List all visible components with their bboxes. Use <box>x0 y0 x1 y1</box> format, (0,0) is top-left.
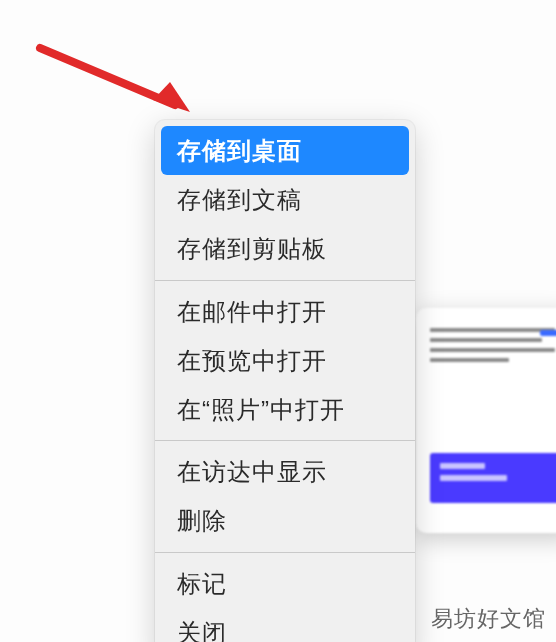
preview-accent <box>540 330 556 336</box>
menu-item-show-in-finder[interactable]: 在访达中显示 <box>155 447 415 496</box>
menu-item-open-in-mail[interactable]: 在邮件中打开 <box>155 287 415 336</box>
menu-divider <box>155 280 415 281</box>
menu-item-markup[interactable]: 标记 <box>155 559 415 608</box>
menu-item-open-in-photos[interactable]: 在“照片”中打开 <box>155 385 415 434</box>
menu-item-save-to-documents[interactable]: 存储到文稿 <box>155 175 415 224</box>
menu-item-close[interactable]: 关闭 <box>155 608 415 642</box>
menu-item-save-to-desktop[interactable]: 存储到桌面 <box>161 126 409 175</box>
menu-divider <box>155 552 415 553</box>
preview-text-line <box>430 338 542 342</box>
menu-item-save-to-clipboard[interactable]: 存储到剪贴板 <box>155 224 415 273</box>
menu-divider <box>155 440 415 441</box>
screenshot-context-menu: 存储到桌面 存储到文稿 存储到剪贴板 在邮件中打开 在预览中打开 在“照片”中打… <box>155 120 415 642</box>
preview-text-line <box>430 328 555 332</box>
watermark-text: 易坊好文馆 <box>431 604 546 634</box>
preview-text-line <box>430 348 555 352</box>
preview-banner-line <box>440 463 485 469</box>
screenshot-preview-thumbnail[interactable] <box>416 308 556 533</box>
preview-text-line <box>430 358 509 362</box>
menu-item-delete[interactable]: 删除 <box>155 496 415 545</box>
menu-item-open-in-preview[interactable]: 在预览中打开 <box>155 336 415 385</box>
preview-banner <box>430 453 556 503</box>
preview-banner-line <box>440 475 507 481</box>
